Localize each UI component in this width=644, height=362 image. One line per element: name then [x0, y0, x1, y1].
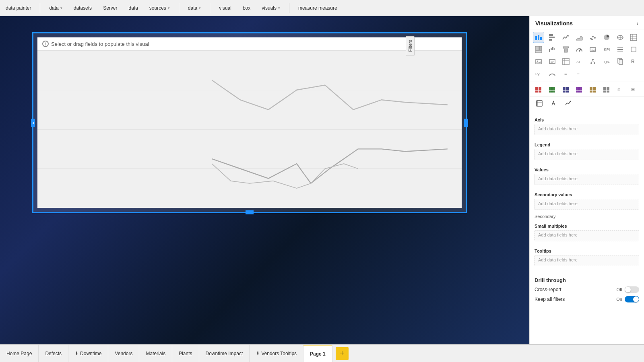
viz-funnel-icon[interactable]	[560, 44, 572, 55]
viz-textbox-icon[interactable]	[547, 56, 558, 67]
tab-page-1[interactable]: Page 1	[303, 345, 332, 362]
viz-image-icon[interactable]	[533, 56, 544, 67]
svg-marker-28	[563, 47, 569, 52]
svg-rect-81	[607, 90, 609, 93]
axis-section: Axis Add data fields here	[530, 115, 644, 140]
toolbar-data2[interactable]: data	[126, 4, 140, 12]
viz-python-icon[interactable]: Py	[533, 68, 544, 79]
svg-rect-23	[535, 51, 542, 53]
viz-gauge-icon[interactable]	[574, 44, 585, 55]
toolbar: data painter data ▾ datasets Server data…	[0, 0, 644, 16]
svg-rect-7	[549, 37, 555, 38]
resize-handle-right[interactable]	[464, 119, 468, 127]
viz-matrix-icon[interactable]	[560, 56, 572, 67]
small-multiples-drop-zone[interactable]: Add data fields here	[535, 230, 639, 241]
viz-custom-c[interactable]	[560, 84, 572, 95]
viz-custom-e[interactable]	[587, 84, 599, 95]
viz-qa-icon[interactable]: Q&A	[601, 56, 612, 67]
tab-format[interactable]	[547, 99, 560, 108]
svg-text:AI: AI	[576, 60, 580, 64]
viz-custom-d[interactable]	[574, 84, 585, 95]
viz-card-icon[interactable]: 123	[587, 44, 599, 55]
tab-home-page[interactable]: Home Page	[0, 345, 39, 362]
tab-analytics[interactable]	[562, 99, 575, 108]
viz-map-icon[interactable]	[615, 32, 626, 43]
tab-downtime-impact-label: Downtime Impact	[206, 351, 243, 356]
svg-rect-67	[566, 87, 569, 90]
tooltips-drop-zone[interactable]: Add data fields here	[535, 255, 639, 266]
cross-report-track[interactable]	[625, 286, 639, 293]
viz-waterfall-icon[interactable]	[547, 44, 558, 55]
viz-treemap-icon[interactable]	[533, 44, 544, 55]
keep-filters-toggle[interactable]: On	[616, 296, 639, 302]
viz-ai-icon[interactable]: AI	[574, 56, 585, 67]
toolbar-measure[interactable]: measure measure	[296, 4, 340, 12]
axis-drop-zone[interactable]: Add data fields here	[535, 124, 639, 135]
viz-r-icon[interactable]: R	[628, 56, 639, 67]
keep-filters-track[interactable]	[625, 296, 639, 302]
viz-custom-f[interactable]	[601, 84, 612, 95]
resize-handle-left[interactable]: ◂	[31, 119, 35, 127]
viz-custom-b[interactable]	[547, 84, 558, 95]
viz-decomp-icon[interactable]	[587, 56, 599, 67]
chart-placeholder	[37, 51, 462, 208]
svg-line-47	[591, 60, 593, 62]
tab-plants[interactable]: Plants	[172, 345, 199, 362]
toolbar-data-painter[interactable]: data painter	[3, 4, 33, 12]
toolbar-visual[interactable]: visual	[217, 4, 234, 12]
toolbar-data[interactable]: data ▾	[47, 4, 64, 12]
svg-rect-74	[590, 87, 592, 90]
viz-area-chart-icon[interactable]	[574, 32, 585, 43]
main-layout: ◂ ▽ ⊟ ··· i Select or drag fields to pop…	[0, 16, 644, 344]
viz-custom-a[interactable]	[533, 84, 544, 95]
collapse-panel-button[interactable]: ‹	[636, 20, 638, 27]
secondary-values-drop-zone[interactable]: Add data fields here	[535, 199, 639, 210]
toolbar-server[interactable]: Server	[101, 4, 120, 12]
viz-slicer-icon[interactable]	[615, 44, 626, 55]
svg-rect-71	[579, 87, 582, 90]
svg-rect-63	[552, 87, 555, 90]
viz-kpi-icon[interactable]: KPI	[601, 44, 612, 55]
svg-point-11	[592, 36, 594, 37]
add-page-button[interactable]: +	[336, 347, 349, 360]
filters-tab[interactable]: Filters	[406, 36, 415, 56]
viz-scatter-icon[interactable]	[587, 32, 599, 43]
small-multiples-label: Small multiples	[535, 223, 639, 229]
viz-column-chart-icon[interactable]	[547, 32, 558, 43]
toolbar-item-label: data	[128, 5, 138, 11]
viz-custom-g[interactable]: ⊞	[615, 84, 626, 95]
toolbar-datasets[interactable]: datasets	[71, 4, 94, 12]
toolbar-sources[interactable]: sources ▾	[147, 4, 172, 12]
svg-rect-25	[551, 48, 552, 50]
svg-point-46	[592, 59, 594, 60]
visual-container[interactable]: ◂ ▽ ⊟ ··· i Select or drag fields to pop…	[32, 32, 467, 213]
viz-blank3-icon	[615, 68, 626, 79]
viz-shape-icon[interactable]	[628, 44, 639, 55]
viz-pie-chart-icon[interactable]	[601, 32, 612, 43]
tab-downtime-impact[interactable]: Downtime Impact	[199, 345, 250, 362]
viz-table-icon[interactable]	[628, 32, 639, 43]
viz-bar-chart-icon[interactable]	[533, 32, 544, 43]
cross-report-toggle[interactable]: Off	[617, 286, 639, 293]
values-drop-zone[interactable]: Add data fields here	[535, 174, 639, 185]
svg-rect-64	[549, 90, 552, 93]
toolbar-box[interactable]: box	[240, 4, 253, 12]
toolbar-visuals[interactable]: visuals ▾	[259, 4, 283, 12]
viz-ellipsis-icon[interactable]: ···	[574, 68, 585, 79]
tab-defects[interactable]: Defects	[39, 345, 68, 362]
viz-custom-h[interactable]: ⊟	[628, 84, 639, 95]
viz-custom1-icon[interactable]: ≡	[560, 68, 572, 79]
values-section: Values Add data fields here	[530, 165, 644, 190]
tab-vendors[interactable]: Vendors	[108, 345, 139, 362]
tab-downtime[interactable]: ⬇ Downtime	[68, 345, 108, 362]
tab-vendors-tooltips[interactable]: ⬇ Vendors Tooltips	[250, 345, 303, 362]
viz-arc-icon[interactable]	[547, 68, 558, 79]
tab-fields[interactable]	[533, 99, 546, 108]
tab-home-page-label: Home Page	[6, 351, 32, 356]
viz-paginated-icon[interactable]	[615, 56, 626, 67]
tab-materials[interactable]: Materials	[139, 345, 172, 362]
resize-handle-bottom[interactable]	[246, 210, 254, 214]
legend-drop-zone[interactable]: Add data fields here	[535, 149, 639, 160]
toolbar-data3[interactable]: data ▾	[186, 4, 203, 12]
viz-line-chart-icon[interactable]	[560, 32, 572, 43]
